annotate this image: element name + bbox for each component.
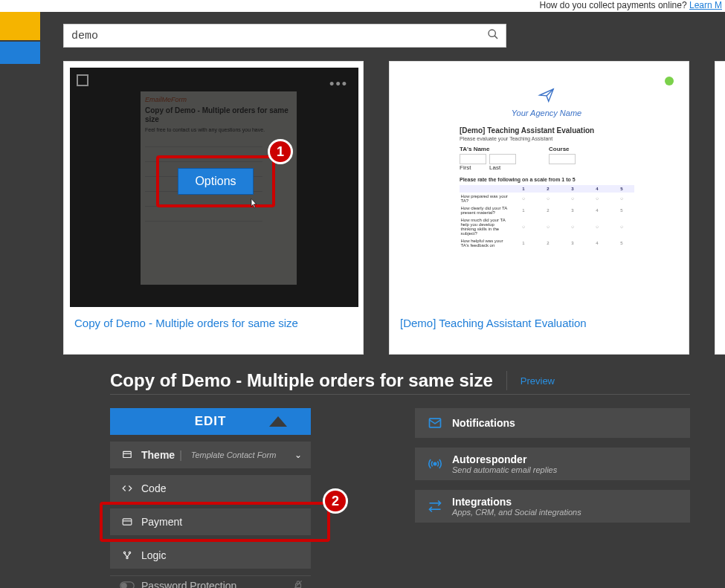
form-card-title[interactable]: [Demo] Teaching Assistant Evaluation (396, 307, 683, 329)
paper-plane-icon (454, 85, 639, 109)
form-thumbnail: Your Agency Name [Demo] Teaching Assista… (396, 68, 684, 307)
form-card-peek[interactable] (715, 61, 725, 355)
mock-input (460, 154, 486, 164)
menu-sublabel: Template Contact Form (191, 450, 277, 459)
mail-icon (425, 416, 445, 430)
mock-scale-label: Please rate the following on a scale fro… (460, 177, 634, 182)
menu-password[interactable]: Password Protection (110, 575, 311, 588)
options-button[interactable]: Options (178, 168, 253, 195)
mock-caption: Last (489, 164, 516, 171)
menu-sublabel: Send automatic email replies (452, 465, 557, 474)
mock-sub: Please evaluate your Teaching Assistant (460, 136, 634, 141)
panel-left-column: EDIT Theme | Template Contact Form ⌄ Cod… (110, 408, 311, 588)
menu-integrations[interactable]: IntegrationsApps, CRM, and Social integr… (415, 490, 690, 523)
lock-slash-icon (293, 579, 303, 588)
theme-icon (119, 450, 135, 460)
swap-icon (425, 499, 445, 514)
menu-label: Autoresponder (452, 453, 557, 465)
left-rail (0, 12, 40, 64)
preview-link[interactable]: Preview (521, 375, 555, 387)
menu-label: Payment (141, 516, 182, 528)
svg-rect-2 (123, 451, 132, 457)
panel-title: Copy of Demo - Multiple orders for same … (110, 370, 493, 391)
menu-sublabel: Apps, CRM, and Social integrations (452, 508, 581, 517)
form-options-panel: Copy of Demo - Multiple orders for same … (110, 370, 690, 588)
status-dot-icon (665, 77, 674, 85)
promo-banner: How do you collect payments online? Lear… (0, 0, 725, 12)
menu-logic[interactable]: Logic (110, 542, 311, 569)
svg-point-6 (123, 552, 125, 553)
mock-label: Course (549, 146, 634, 152)
panel-header: Copy of Demo - Multiple orders for same … (110, 370, 690, 395)
rail-gold-block (0, 12, 40, 40)
svg-point-8 (126, 557, 128, 558)
card-pointer-notch (269, 416, 287, 427)
toggle-off-icon (119, 581, 135, 589)
search-input[interactable] (64, 30, 480, 42)
search-bar[interactable] (63, 24, 506, 48)
menu-label: Integrations (452, 496, 581, 508)
form-card[interactable]: Your Agency Name [Demo] Teaching Assista… (389, 61, 689, 355)
promo-link[interactable]: Learn M (689, 0, 722, 10)
mock-rating-table: 12345 How prepared was your TA?○○○○○ How… (460, 185, 634, 249)
annotation-badge-2: 2 (323, 488, 348, 514)
broadcast-icon (425, 456, 445, 471)
menu-autoresponder[interactable]: AutoresponderSend automatic email replie… (415, 448, 690, 480)
mock-caption: First (460, 164, 486, 171)
menu-payment[interactable]: Payment (110, 508, 311, 535)
mock-input (549, 154, 576, 164)
rail-blue-block (0, 42, 40, 64)
form-cards-row: ••• EmailMeForm Copy of Demo - Multiple … (63, 61, 725, 355)
cursor-icon (247, 197, 259, 213)
menu-notifications[interactable]: Notifications (415, 408, 690, 438)
svg-rect-4 (123, 519, 132, 525)
search-icon[interactable] (480, 28, 506, 43)
svg-line-1 (494, 36, 497, 39)
form-card[interactable]: ••• EmailMeForm Copy of Demo - Multiple … (63, 61, 364, 355)
menu-label: Code (141, 482, 166, 494)
menu-code[interactable]: Code (110, 475, 311, 502)
mock-input (489, 154, 516, 164)
mock-agency: Your Agency Name (454, 109, 639, 117)
menu-label: Theme (141, 449, 175, 461)
form-preview-mock: Your Agency Name [Demo] Teaching Assista… (454, 81, 639, 304)
menu-label: Notifications (452, 417, 515, 429)
payment-icon (119, 517, 135, 527)
promo-text: How do you collect payments online? (540, 0, 689, 10)
annotation-badge-1: 1 (268, 139, 293, 164)
svg-point-10 (122, 583, 127, 588)
svg-point-14 (434, 462, 436, 465)
divider (506, 371, 507, 390)
panel-right-column: Notifications AutoresponderSend automati… (415, 408, 690, 588)
menu-label: Logic (141, 549, 166, 561)
svg-point-0 (489, 30, 495, 36)
form-thumbnail: ••• EmailMeForm Copy of Demo - Multiple … (70, 68, 358, 307)
mock-label: TA's Name (460, 146, 544, 152)
logic-icon (119, 550, 135, 560)
menu-theme[interactable]: Theme | Template Contact Form ⌄ (110, 442, 311, 468)
chevron-down-icon: ⌄ (294, 450, 302, 460)
mock-heading: [Demo] Teaching Assistant Evaluation (460, 126, 634, 135)
code-icon (119, 483, 135, 494)
form-card-title[interactable]: Copy of Demo - Multiple orders for same … (70, 307, 357, 329)
menu-label: Password Protection (141, 580, 236, 589)
svg-point-7 (129, 552, 130, 553)
